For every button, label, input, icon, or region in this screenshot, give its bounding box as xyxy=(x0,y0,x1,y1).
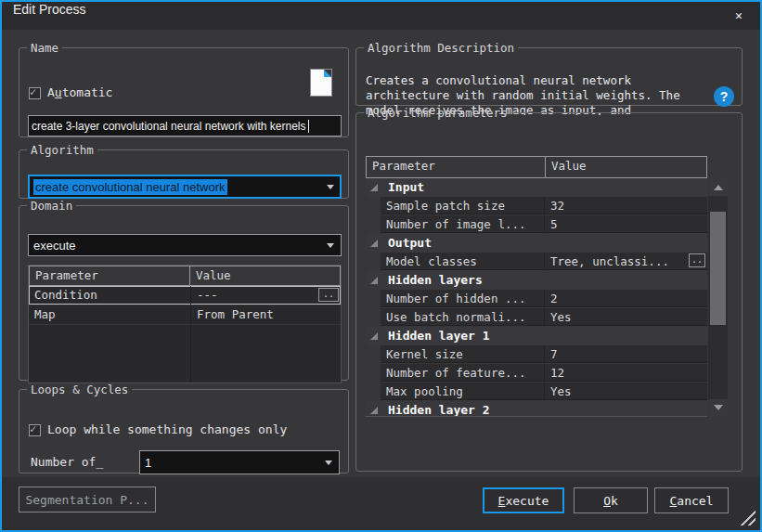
number-of-combobox[interactable]: 1 xyxy=(139,450,340,474)
algorithm-group: Algorithm create convolutional neural ne… xyxy=(19,143,349,199)
dropdown-arrow-icon xyxy=(327,243,334,248)
ellipsis-button[interactable]: .. xyxy=(318,288,339,302)
param-group-label: Output xyxy=(388,236,432,250)
param-cells: Number of feature...12 xyxy=(381,364,707,382)
param-cells: Number of hidden ...2 xyxy=(381,290,707,307)
algorithm-group-label: Algorithm xyxy=(27,143,97,157)
scroll-down-button[interactable] xyxy=(708,399,728,416)
title-bar: Edit Process ✕ xyxy=(2,2,760,30)
param-row[interactable]: Kernel size7 xyxy=(366,345,707,364)
automatic-checkbox-label: Automatic xyxy=(47,85,112,99)
param-value-cell: Yes xyxy=(545,308,707,326)
param-row[interactable]: Number of hidden ...2 xyxy=(366,290,707,308)
name-group: Name ✓ Automatic create 3-layer convolut… xyxy=(19,41,349,137)
param-row[interactable]: Sample patch size32 xyxy=(366,197,707,215)
number-of-combobox-value: 1 xyxy=(145,456,151,470)
domain-group-label: Domain xyxy=(27,199,76,213)
number-of-label: Number of_ xyxy=(31,455,103,469)
parameters-table-header: Parameter Value xyxy=(366,156,707,178)
domain-table-row[interactable]: Condition---.. xyxy=(29,286,341,305)
algorithm-combobox[interactable]: create convolutional neural network xyxy=(28,175,342,199)
dialog-title: Edit Process xyxy=(13,2,86,17)
text-cursor xyxy=(308,120,309,133)
scrollbar[interactable] xyxy=(708,179,728,416)
loop-while-checkbox[interactable]: ✓ xyxy=(29,424,41,436)
automatic-checkbox[interactable]: ✓ xyxy=(29,87,41,99)
param-name-cell: Number of feature... xyxy=(381,364,545,382)
loop-while-checkbox-label: Loop while something changes only xyxy=(47,422,287,436)
collapse-icon[interactable] xyxy=(370,184,378,191)
domain-table-header: Parameter Value xyxy=(29,266,341,286)
param-group-row[interactable]: Hidden layer 1 xyxy=(366,327,707,345)
param-row[interactable]: Max poolingYes xyxy=(366,383,707,401)
domain-header-parameter[interactable]: Parameter xyxy=(29,266,190,286)
param-name-cell: Model classes xyxy=(381,253,545,270)
new-document-icon[interactable] xyxy=(311,70,331,96)
parameters-header-value[interactable]: Value xyxy=(545,156,707,178)
param-group-row[interactable]: Output xyxy=(366,234,707,253)
param-value-cell: 5 xyxy=(545,215,707,233)
dropdown-arrow-icon xyxy=(327,185,334,189)
collapse-icon[interactable] xyxy=(370,407,378,414)
algorithm-description-label: Algorithm Description xyxy=(364,41,518,55)
param-group-row[interactable]: Input xyxy=(366,178,707,197)
segmentation-button[interactable]: Segmentation P... xyxy=(19,487,156,513)
domain-table-rows: Condition---..MapFrom Parent xyxy=(29,286,341,325)
check-icon: ✓ xyxy=(30,422,36,435)
param-group-row[interactable]: Hidden layers xyxy=(366,271,707,290)
arrow-up-icon xyxy=(714,185,723,190)
parameters-header-parameter[interactable]: Parameter xyxy=(366,156,546,178)
algorithm-parameters-label: Algorithm parameters xyxy=(364,106,511,120)
param-row[interactable]: Model classesTree, unclassi..... xyxy=(366,253,707,271)
domain-combobox-value: execute xyxy=(33,239,76,253)
scrollbar-thumb[interactable] xyxy=(710,212,726,325)
param-value-cell: 2 xyxy=(545,290,707,307)
domain-param-cell: Map xyxy=(29,305,190,324)
collapse-icon[interactable] xyxy=(370,332,378,340)
param-group-label: Input xyxy=(388,180,424,194)
domain-parameter-table: Parameter Value Condition---..MapFrom Pa… xyxy=(28,265,342,383)
param-value-cell: Tree, unclassi..... xyxy=(545,253,707,270)
param-group-label: Hidden layers xyxy=(388,273,483,287)
collapse-icon[interactable] xyxy=(370,277,378,284)
ok-button[interactable]: Ok xyxy=(574,487,648,513)
domain-value-cell: From Parent xyxy=(190,305,341,324)
arrow-down-icon xyxy=(714,405,723,410)
domain-table-row[interactable]: MapFrom Parent xyxy=(29,305,341,325)
param-group-label: Hidden layer 2 xyxy=(388,403,490,417)
param-name-cell: Number of image l... xyxy=(381,215,545,233)
param-name-cell: Number of hidden ... xyxy=(381,290,545,307)
param-row[interactable]: Number of feature...12 xyxy=(366,364,707,383)
param-name-cell: Sample patch size xyxy=(381,197,545,214)
param-cells: Model classesTree, unclassi..... xyxy=(381,253,707,270)
close-icon[interactable]: ✕ xyxy=(729,2,749,30)
param-name-cell: Kernel size xyxy=(381,345,545,363)
scroll-up-button[interactable] xyxy=(708,179,728,196)
param-value-cell: 12 xyxy=(545,364,707,382)
help-icon[interactable]: ? xyxy=(714,86,734,107)
algorithm-parameters-group: Algorithm parameters Parameter Value Inp… xyxy=(355,106,743,472)
param-cells: Kernel size7 xyxy=(381,345,707,363)
param-cells: Number of image l...5 xyxy=(381,215,707,233)
loops-cycles-group-label: Loops & Cycles xyxy=(27,383,132,396)
domain-group: Domain execute Parameter Value Condition… xyxy=(19,199,349,381)
collapse-icon[interactable] xyxy=(370,240,378,247)
execute-button[interactable]: Execute xyxy=(483,487,564,513)
param-cells: Sample patch size32 xyxy=(381,197,707,214)
loops-cycles-group: Loops & Cycles ✓ Loop while something ch… xyxy=(19,383,349,474)
domain-param-cell: Condition xyxy=(29,286,190,305)
cancel-button[interactable]: Cancel xyxy=(654,487,729,513)
param-name-cell: Max pooling xyxy=(381,383,545,400)
param-group-row[interactable]: Hidden layer 2 xyxy=(366,401,707,417)
domain-header-value[interactable]: Value xyxy=(189,266,341,286)
check-icon: ✓ xyxy=(30,85,36,98)
param-row[interactable]: Number of image l...5 xyxy=(366,215,707,234)
param-value-cell: 32 xyxy=(545,197,707,214)
name-group-label: Name xyxy=(27,41,62,55)
process-name-input[interactable]: create 3-layer convolutional neural netw… xyxy=(28,115,342,136)
process-name-value: create 3-layer convolutional neural netw… xyxy=(32,120,305,133)
param-value-cell: 7 xyxy=(545,345,707,363)
domain-combobox[interactable]: execute xyxy=(28,234,342,256)
param-row[interactable]: Use batch normali...Yes xyxy=(366,308,707,327)
ellipsis-button[interactable]: .. xyxy=(689,253,705,267)
